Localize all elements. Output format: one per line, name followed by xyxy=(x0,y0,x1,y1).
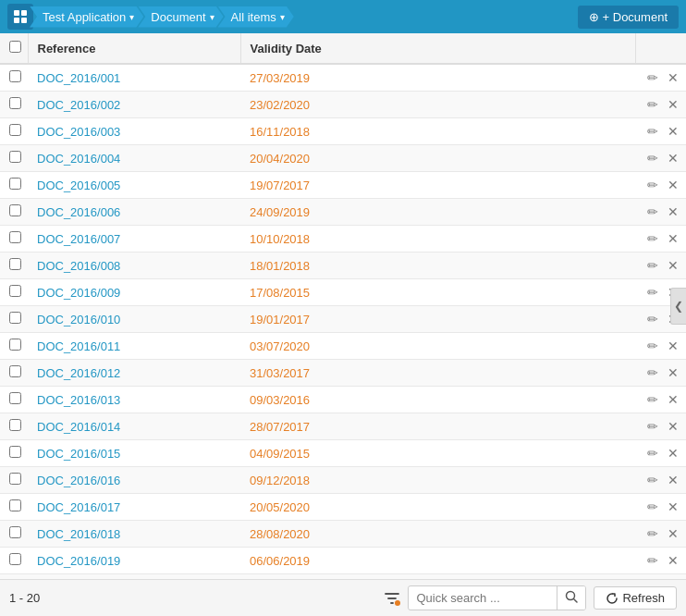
reference-link[interactable]: DOC_2016/011 xyxy=(37,339,120,353)
delete-button[interactable]: ✕ xyxy=(665,364,681,381)
edit-button[interactable]: ✏ xyxy=(644,525,661,542)
edit-button[interactable]: ✏ xyxy=(644,177,661,193)
row-checkbox[interactable] xyxy=(9,70,21,82)
app-home-icon[interactable] xyxy=(7,4,33,30)
delete-button[interactable]: ✕ xyxy=(665,552,681,569)
row-checkbox[interactable] xyxy=(9,473,21,485)
refresh-button[interactable]: Refresh xyxy=(594,586,677,610)
search-button[interactable] xyxy=(557,586,585,610)
edit-button[interactable]: ✏ xyxy=(644,69,661,86)
delete-button[interactable]: ✕ xyxy=(665,338,681,354)
edit-button[interactable]: ✏ xyxy=(644,418,661,435)
row-checkbox[interactable] xyxy=(9,178,21,190)
edit-button[interactable]: ✏ xyxy=(644,311,661,327)
reference-link[interactable]: DOC_2016/008 xyxy=(37,259,120,273)
reference-link[interactable]: DOC_2016/016 xyxy=(37,474,120,487)
edit-button[interactable]: ✏ xyxy=(644,552,661,569)
breadcrumb-document[interactable]: Document ▾ xyxy=(138,6,223,28)
row-checkbox-cell xyxy=(0,413,28,440)
edit-button[interactable]: ✏ xyxy=(644,472,661,488)
delete-button[interactable]: ✕ xyxy=(665,203,681,220)
reference-link[interactable]: DOC_2016/014 xyxy=(37,420,120,434)
row-checkbox[interactable] xyxy=(9,204,21,216)
row-checkbox[interactable] xyxy=(9,258,21,270)
edit-button[interactable]: ✏ xyxy=(644,123,661,140)
delete-button[interactable]: ✕ xyxy=(665,257,681,274)
reference-link[interactable]: DOC_2016/003 xyxy=(37,125,120,139)
delete-button[interactable]: ✕ xyxy=(665,418,681,435)
delete-button[interactable]: ✕ xyxy=(665,472,681,488)
row-reference: DOC_2016/011 xyxy=(28,333,240,360)
row-validity-date: 19/07/2017 xyxy=(240,172,635,199)
delete-button[interactable]: ✕ xyxy=(665,445,681,462)
delete-button[interactable]: ✕ xyxy=(665,123,681,140)
row-checkbox[interactable] xyxy=(9,231,21,243)
reference-link[interactable]: DOC_2016/006 xyxy=(37,205,120,219)
reference-link[interactable]: DOC_2016/009 xyxy=(37,286,120,300)
select-all-checkbox[interactable] xyxy=(9,41,21,53)
reference-link[interactable]: DOC_2016/001 xyxy=(37,71,120,85)
reference-link[interactable]: DOC_2016/018 xyxy=(37,527,120,541)
row-checkbox[interactable] xyxy=(9,392,21,404)
row-checkbox[interactable] xyxy=(9,499,21,511)
reference-link[interactable]: DOC_2016/005 xyxy=(37,179,120,192)
search-input[interactable] xyxy=(409,587,557,609)
row-checkbox[interactable] xyxy=(9,285,21,297)
svg-line-6 xyxy=(574,599,578,603)
table-row: DOC_2016/017 20/05/2020 ✏ ✕ xyxy=(0,494,686,521)
edit-button[interactable]: ✏ xyxy=(644,284,661,301)
filter-button[interactable] xyxy=(384,590,400,607)
row-checkbox-cell xyxy=(0,253,28,279)
chevron-down-icon: ▾ xyxy=(210,12,214,22)
row-checkbox[interactable] xyxy=(9,339,21,351)
reference-link[interactable]: DOC_2016/007 xyxy=(37,232,120,246)
edit-button[interactable]: ✏ xyxy=(644,203,661,220)
row-checkbox[interactable] xyxy=(9,419,21,431)
edit-button[interactable]: ✏ xyxy=(644,150,661,166)
row-checkbox[interactable] xyxy=(9,312,21,324)
delete-button[interactable]: ✕ xyxy=(665,150,681,166)
delete-button[interactable]: ✕ xyxy=(665,525,681,542)
table-row: DOC_2016/015 04/09/2015 ✏ ✕ xyxy=(0,440,686,467)
delete-button[interactable]: ✕ xyxy=(665,69,681,86)
row-checkbox[interactable] xyxy=(9,553,21,565)
reference-link[interactable]: DOC_2016/002 xyxy=(37,98,120,112)
reference-link[interactable]: DOC_2016/017 xyxy=(37,500,120,514)
breadcrumb-all-items[interactable]: All items ▾ xyxy=(218,6,294,28)
row-checkbox-cell xyxy=(0,333,28,360)
edit-button[interactable]: ✏ xyxy=(644,364,661,381)
add-document-button[interactable]: ⊕ + Document xyxy=(578,6,679,29)
edit-button[interactable]: ✏ xyxy=(644,230,661,247)
delete-button[interactable]: ✕ xyxy=(665,499,681,515)
delete-button[interactable]: ✕ xyxy=(665,96,681,113)
row-checkbox[interactable] xyxy=(9,151,21,163)
reference-link[interactable]: DOC_2016/019 xyxy=(37,554,120,568)
row-checkbox[interactable] xyxy=(9,124,21,136)
row-checkbox[interactable] xyxy=(9,446,21,458)
delete-button[interactable]: ✕ xyxy=(665,177,681,193)
table-row: DOC_2016/006 24/09/2019 ✏ ✕ xyxy=(0,199,686,226)
row-validity-date: 31/03/2017 xyxy=(240,360,635,387)
edit-button[interactable]: ✏ xyxy=(644,391,661,408)
edit-button[interactable]: ✏ xyxy=(644,338,661,354)
reference-link[interactable]: DOC_2016/004 xyxy=(37,152,120,166)
edit-button[interactable]: ✏ xyxy=(644,96,661,113)
breadcrumb-app[interactable]: Test Application ▾ xyxy=(30,6,143,28)
table-row: DOC_2016/012 31/03/2017 ✏ ✕ xyxy=(0,360,686,387)
row-checkbox[interactable] xyxy=(9,526,21,538)
row-checkbox[interactable] xyxy=(9,365,21,377)
row-checkbox-cell xyxy=(0,440,28,467)
delete-button[interactable]: ✕ xyxy=(665,230,681,247)
row-checkbox-cell xyxy=(0,306,28,333)
edit-button[interactable]: ✏ xyxy=(644,499,661,515)
reference-link[interactable]: DOC_2016/010 xyxy=(37,313,120,326)
reference-link[interactable]: DOC_2016/015 xyxy=(37,447,120,461)
row-checkbox[interactable] xyxy=(9,97,21,109)
delete-button[interactable]: ✕ xyxy=(665,391,681,408)
panel-collapse-arrow[interactable]: ❮ xyxy=(670,288,686,325)
edit-button[interactable]: ✏ xyxy=(644,257,661,274)
edit-button[interactable]: ✏ xyxy=(644,445,661,462)
reference-link[interactable]: DOC_2016/012 xyxy=(37,366,120,380)
row-actions: ✏ ✕ xyxy=(635,413,686,440)
reference-link[interactable]: DOC_2016/013 xyxy=(37,393,120,407)
